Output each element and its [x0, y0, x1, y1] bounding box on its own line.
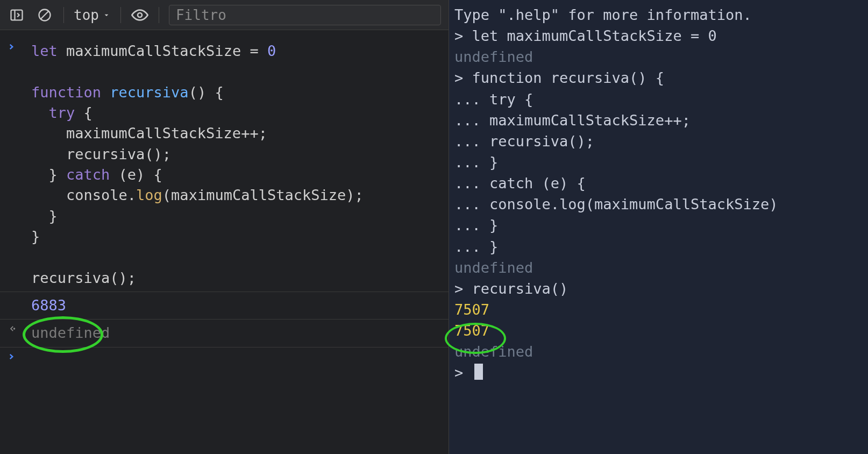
repl-line: > let maximumCallStackSize = 0: [454, 25, 863, 46]
svg-point-5: [14, 328, 15, 329]
repl-line: undefined: [454, 341, 863, 362]
repl-line: ... catch (e) {: [454, 173, 863, 194]
console-input-row: let maximumCallStackSize = 0 function re…: [0, 41, 449, 288]
repl-line: ... }: [454, 215, 863, 236]
svg-line-3: [41, 11, 48, 19]
input-prompt-icon: [8, 41, 31, 51]
repl-line: undefined: [454, 46, 863, 67]
input-prompt-icon: [8, 351, 31, 360]
app-root: top let m: [0, 0, 868, 454]
filter-input[interactable]: [169, 5, 441, 25]
repl-line: > function recursiva() {: [454, 67, 863, 88]
console-separator: [0, 319, 449, 320]
toolbar-separator: [159, 7, 159, 23]
repl-line: ... }: [454, 236, 863, 257]
console-body[interactable]: let maximumCallStackSize = 0 function re…: [0, 30, 449, 454]
toolbar-separator: [120, 7, 121, 23]
repl-line: ... recursiva();: [454, 131, 863, 152]
log-gutter: [8, 295, 31, 297]
console-input-code: let maximumCallStackSize = 0 function re…: [31, 41, 441, 288]
svg-point-4: [138, 13, 142, 17]
return-prompt-icon: [8, 323, 31, 332]
console-return-row: undefined: [0, 323, 449, 343]
console-next-prompt[interactable]: [0, 351, 449, 360]
repl-line: ... try {: [454, 89, 863, 110]
repl-line: undefined: [454, 257, 863, 278]
repl-line: > recursiva(): [454, 278, 863, 299]
console-separator: [0, 292, 449, 292]
console-log-row: 6883: [0, 295, 449, 316]
repl-line: Type ".help" for more information.: [454, 4, 863, 25]
context-label: top: [74, 7, 99, 23]
repl-line: ... maximumCallStackSize++;: [454, 110, 863, 131]
console-separator: [0, 347, 449, 347]
repl-line: 7507: [454, 320, 863, 341]
console-toolbar: top: [0, 0, 449, 30]
node-repl-pane[interactable]: Type ".help" for more information.> let …: [449, 0, 868, 454]
context-selector[interactable]: top: [74, 7, 111, 23]
devtools-console-pane: top let m: [0, 0, 449, 454]
repl-line: 7507: [454, 299, 863, 320]
chevron-down-icon: [102, 11, 111, 19]
repl-line: ... }: [454, 152, 863, 173]
svg-rect-0: [11, 10, 23, 20]
repl-line: >: [454, 362, 863, 383]
console-return-value: undefined: [31, 323, 441, 343]
live-expression-icon[interactable]: [131, 6, 149, 24]
toggle-sidebar-icon[interactable]: [8, 6, 26, 24]
clear-console-icon[interactable]: [35, 6, 54, 24]
toolbar-separator: [63, 7, 64, 23]
repl-output: Type ".help" for more information.> let …: [454, 4, 863, 384]
console-log-value: 6883: [31, 295, 441, 316]
repl-line: ... console.log(maximumCallStackSize): [454, 194, 863, 215]
repl-cursor: [474, 364, 483, 380]
